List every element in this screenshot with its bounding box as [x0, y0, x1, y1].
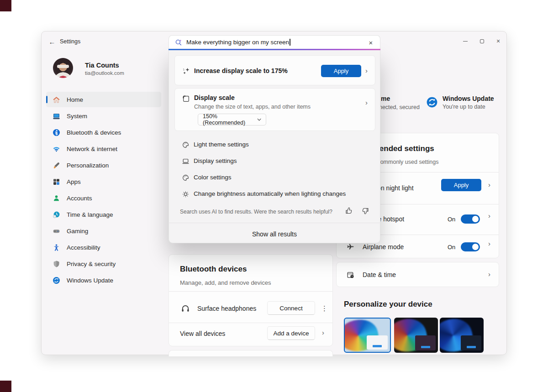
theme-thumbnail-blue[interactable] — [440, 318, 484, 353]
display-scale-card[interactable]: Display scale Change the size of text, a… — [174, 88, 375, 131]
night-light-apply-button[interactable]: Apply — [441, 179, 481, 191]
scale-apply-button[interactable]: Apply — [321, 65, 361, 77]
shield-icon — [53, 260, 60, 268]
clear-search-icon[interactable]: × — [366, 38, 375, 47]
result-link-label: Change brightness automatically when lig… — [194, 190, 346, 197]
system-icon — [53, 112, 60, 120]
search-input[interactable]: Make everything bigger on my screen × — [169, 35, 380, 49]
thumbs-down-icon[interactable] — [361, 207, 369, 215]
hotspot-state: On — [448, 216, 455, 223]
date-time-row[interactable]: Date & time › — [336, 262, 499, 287]
caret-down-icon — [257, 118, 261, 121]
avatar[interactable] — [53, 58, 73, 78]
ai-sparkle-icon — [182, 67, 190, 75]
sidebar-item-label: Time & language — [67, 211, 113, 218]
home-icon — [53, 96, 60, 104]
thumbs-up-icon[interactable] — [345, 207, 353, 215]
sidebar-item-label: System — [67, 113, 87, 120]
sidebar-item-label: Personalization — [67, 162, 109, 169]
sync-icon — [53, 277, 60, 284]
sidebar-item-accessibility[interactable]: Accessibility — [46, 240, 161, 255]
result-link-auto-brightness[interactable]: Change brightness automatically when lig… — [174, 186, 375, 202]
divider — [169, 291, 332, 292]
windows-update-status-sub: You're up to date — [443, 104, 485, 110]
profile-name: Tia Counts — [85, 62, 119, 69]
chevron-right-icon: › — [365, 67, 368, 74]
chevron-right-icon: › — [488, 181, 490, 188]
theme-thumbnail-light[interactable] — [344, 318, 391, 353]
frame-corner-bottom-left — [0, 381, 11, 392]
sidebar-item-personalization[interactable]: Personalization — [46, 157, 161, 173]
minimize-button[interactable] — [461, 37, 469, 45]
accessibility-icon — [53, 244, 60, 251]
window-preview — [461, 335, 481, 350]
sidebar-item-home[interactable]: Home — [46, 92, 161, 107]
result-link-light-theme[interactable]: Light theme settings — [174, 136, 375, 153]
airplane-toggle[interactable] — [461, 242, 480, 251]
suggested-action-card[interactable]: Increase display scale to 175% Apply › — [174, 55, 375, 85]
wifi-icon — [53, 145, 60, 153]
brightness-icon — [182, 190, 190, 198]
minimize-icon — [463, 41, 468, 42]
connect-button[interactable]: Connect — [267, 301, 315, 315]
bluetooth-subtitle: Manage, add, and remove devices — [180, 279, 271, 286]
display-scale-subtitle: Change the size of text, apps, and other… — [194, 104, 311, 110]
scale-dropdown[interactable]: 150% (Recommended) — [198, 114, 266, 125]
person-icon — [53, 194, 60, 202]
maximize-icon — [480, 39, 484, 43]
sidebar-item-label: Apps — [67, 178, 81, 185]
airplane-state: On — [448, 244, 455, 251]
sidebar-item-apps[interactable]: Apps — [46, 174, 161, 189]
window-preview — [367, 335, 388, 350]
sidebar-item-label: Gaming — [67, 228, 88, 235]
result-link-display-settings[interactable]: Display settings — [174, 153, 375, 169]
laptop-icon — [182, 157, 190, 165]
sidebar-item-windows-update[interactable]: Windows Update — [46, 272, 161, 288]
palette-icon — [182, 141, 190, 149]
bluetooth-icon — [53, 129, 60, 136]
search-query: Make everything bigger on my screen — [186, 39, 290, 46]
close-button[interactable]: × — [494, 37, 502, 45]
hotspot-toggle[interactable] — [461, 214, 480, 224]
chevron-right-icon: › — [488, 212, 490, 220]
paintbrush-icon — [53, 162, 60, 169]
display-scale-title: Display scale — [194, 94, 235, 101]
sidebar-item-time-language[interactable]: Time & language — [46, 207, 161, 222]
back-button[interactable]: ← — [47, 37, 57, 47]
sidebar-item-label: Home — [67, 96, 83, 103]
gamepad-icon — [53, 227, 60, 235]
sidebar-item-label: Windows Update — [67, 277, 113, 284]
theme-thumbnail-dark[interactable] — [394, 318, 438, 353]
window-preview — [415, 335, 436, 350]
windows-update-status-title: Windows Update — [443, 95, 494, 102]
divider — [169, 223, 380, 223]
apps-icon — [53, 178, 60, 186]
chevron-right-icon: › — [488, 270, 490, 278]
sidebar-item-system[interactable]: System — [46, 108, 161, 124]
more-options-icon[interactable]: ⋮ — [321, 304, 328, 313]
sidebar-item-label: Bluetooth & devices — [67, 129, 121, 136]
windows-update-status-icon — [426, 96, 438, 108]
divider — [169, 323, 332, 323]
personalize-title: Personalize your device — [344, 300, 432, 309]
ai-feedback-text: Search uses AI to find results. Were the… — [180, 209, 332, 215]
add-device-button[interactable]: Add a device — [267, 326, 315, 340]
profile-email: tia@outlook.com — [85, 70, 124, 76]
sidebar-nav: Home System Bluetooth & devices Network … — [46, 92, 161, 289]
bluetooth-devices-card: Bluetooth devices Manage, add, and remov… — [169, 254, 333, 346]
maximize-button[interactable] — [478, 37, 486, 45]
search-results-panel: Increase display scale to 175% Apply › D… — [169, 50, 380, 243]
palette-icon — [182, 174, 190, 182]
sidebar-item-network-internet[interactable]: Network & internet — [46, 141, 161, 157]
sidebar-item-label: Network & internet — [67, 146, 117, 152]
window-title: Settings — [60, 38, 80, 45]
result-link-color-settings[interactable]: Color settings — [174, 169, 375, 186]
sidebar-item-accounts[interactable]: Accounts — [46, 190, 161, 206]
sidebar-item-bluetooth-devices[interactable]: Bluetooth & devices — [46, 125, 161, 140]
network-name: me — [381, 95, 390, 102]
show-all-results-link[interactable]: Show all results — [169, 230, 380, 238]
search-underline — [169, 49, 380, 50]
sidebar-item-gaming[interactable]: Gaming — [46, 223, 161, 239]
chevron-right-icon: › — [488, 240, 490, 247]
sidebar-item-privacy-security[interactable]: Privacy & security — [46, 256, 161, 272]
